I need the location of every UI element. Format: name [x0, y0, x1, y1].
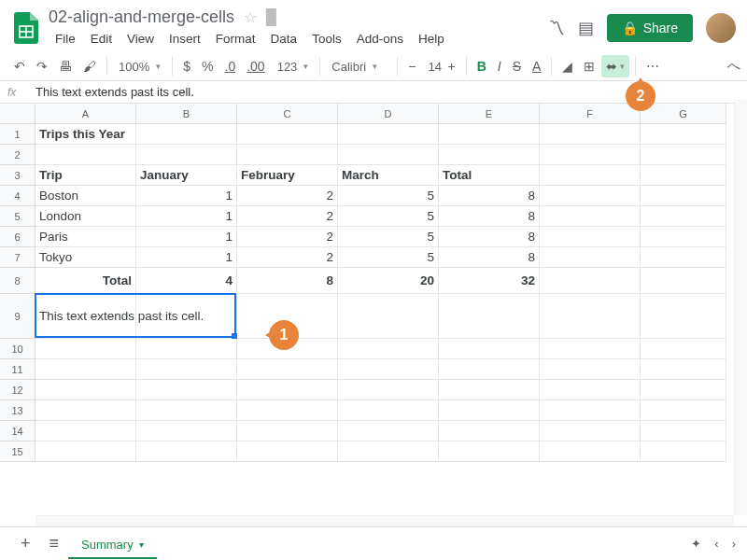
cell-C8[interactable]: 8: [237, 268, 338, 294]
cell-G2[interactable]: [641, 145, 726, 165]
row-header-15[interactable]: 15: [0, 441, 35, 462]
cell-B7[interactable]: 1: [136, 247, 237, 268]
cell-C1[interactable]: [237, 124, 338, 145]
cell-B6[interactable]: 1: [136, 227, 237, 247]
cell-C12[interactable]: [237, 380, 338, 400]
cell-D8[interactable]: 20: [338, 268, 439, 294]
comment-icon[interactable]: ▤: [578, 18, 594, 38]
cell-F5[interactable]: [540, 206, 641, 227]
collapse-toolbar-button[interactable]: へ: [724, 54, 744, 78]
cell-C5[interactable]: 2: [237, 206, 338, 227]
menu-tools[interactable]: Tools: [305, 29, 348, 49]
italic-button[interactable]: I: [493, 55, 506, 77]
avatar[interactable]: [706, 13, 736, 43]
font-size-input[interactable]: 14: [423, 57, 442, 77]
row-header-9[interactable]: 9: [0, 294, 35, 339]
cell-C13[interactable]: [237, 400, 338, 421]
menu-edit[interactable]: Edit: [84, 29, 119, 49]
cell-F12[interactable]: [540, 380, 641, 400]
cell-B10[interactable]: [136, 339, 237, 359]
cell-D10[interactable]: [338, 339, 439, 359]
all-sheets-button[interactable]: ≡: [40, 528, 69, 559]
cell-A12[interactable]: [35, 380, 136, 400]
spreadsheet-grid[interactable]: ABCDEFG 1Trips this Year23TripJanuaryFeb…: [0, 104, 747, 507]
print-button[interactable]: 🖶: [54, 55, 77, 77]
cell-B2[interactable]: [136, 145, 237, 165]
cell-A9[interactable]: This text extends past its cell.: [35, 294, 136, 339]
sheet-tab-summary[interactable]: Summary ▾: [68, 528, 157, 559]
column-header-G[interactable]: G: [641, 104, 726, 124]
row-header-1[interactable]: 1: [0, 124, 35, 145]
row-header-14[interactable]: 14: [0, 421, 35, 441]
undo-button[interactable]: ↶: [9, 55, 30, 77]
cell-F15[interactable]: [540, 441, 641, 462]
cell-G4[interactable]: [641, 186, 726, 206]
cell-D1[interactable]: [338, 124, 439, 145]
cell-G6[interactable]: [641, 227, 726, 247]
cell-D15[interactable]: [338, 441, 439, 462]
cell-E9[interactable]: [439, 294, 540, 339]
cell-E12[interactable]: [439, 380, 540, 400]
cell-C4[interactable]: 2: [237, 186, 338, 206]
cell-A13[interactable]: [35, 400, 136, 421]
cell-F4[interactable]: [540, 186, 641, 206]
column-header-F[interactable]: F: [540, 104, 641, 124]
cell-A14[interactable]: [35, 421, 136, 441]
cell-A11[interactable]: [35, 359, 136, 380]
cell-F8[interactable]: [540, 268, 641, 294]
cell-B14[interactable]: [136, 421, 237, 441]
font-select[interactable]: Calibri: [326, 57, 391, 77]
redo-button[interactable]: ↷: [32, 55, 52, 77]
cell-G9[interactable]: [641, 294, 726, 339]
cell-E15[interactable]: [439, 441, 540, 462]
menu-insert[interactable]: Insert: [162, 29, 207, 49]
cell-G7[interactable]: [641, 247, 726, 268]
cell-D9[interactable]: [338, 294, 439, 339]
cell-E14[interactable]: [439, 421, 540, 441]
cell-A15[interactable]: [35, 441, 136, 462]
sheet-tab-menu-icon[interactable]: ▾: [139, 539, 144, 550]
sheet-nav-right[interactable]: ›: [732, 537, 736, 551]
row-header-7[interactable]: 7: [0, 247, 35, 268]
cell-F13[interactable]: [540, 400, 641, 421]
cell-D7[interactable]: 5: [338, 247, 439, 268]
column-header-D[interactable]: D: [338, 104, 439, 124]
cell-C2[interactable]: [237, 145, 338, 165]
cell-G11[interactable]: [641, 359, 726, 380]
sheet-nav-left[interactable]: ‹: [714, 537, 718, 551]
cell-G14[interactable]: [641, 421, 726, 441]
cell-F2[interactable]: [540, 145, 641, 165]
cell-A10[interactable]: [35, 339, 136, 359]
cell-E2[interactable]: [439, 145, 540, 165]
bold-button[interactable]: B: [472, 55, 491, 77]
menu-data[interactable]: Data: [264, 29, 304, 49]
row-header-4[interactable]: 4: [0, 186, 35, 206]
row-header-3[interactable]: 3: [0, 165, 35, 186]
menu-view[interactable]: View: [120, 29, 161, 49]
explore-button[interactable]: ✦: [691, 537, 701, 551]
menu-format[interactable]: Format: [209, 29, 262, 49]
cell-A4[interactable]: Boston: [35, 186, 136, 206]
star-icon[interactable]: ☆: [244, 8, 257, 26]
cell-B5[interactable]: 1: [136, 206, 237, 227]
format-select[interactable]: 123: [272, 57, 315, 77]
cell-D6[interactable]: 5: [338, 227, 439, 247]
cell-F1[interactable]: [540, 124, 641, 145]
share-button[interactable]: 🔒 Share: [607, 14, 693, 42]
row-header-8[interactable]: 8: [0, 268, 35, 294]
menu-file[interactable]: File: [49, 29, 82, 49]
cell-G13[interactable]: [641, 400, 726, 421]
cell-D11[interactable]: [338, 359, 439, 380]
cell-C14[interactable]: [237, 421, 338, 441]
row-header-12[interactable]: 12: [0, 380, 35, 400]
column-header-A[interactable]: A: [35, 104, 136, 124]
cell-C15[interactable]: [237, 441, 338, 462]
cell-E8[interactable]: 32: [439, 268, 540, 294]
font-size-decrease[interactable]: −: [403, 55, 420, 77]
currency-button[interactable]: $: [178, 55, 195, 77]
text-color-button[interactable]: A: [528, 55, 545, 77]
folder-icon[interactable]: ▉: [266, 8, 277, 26]
cell-C7[interactable]: 2: [237, 247, 338, 268]
column-header-E[interactable]: E: [439, 104, 540, 124]
cell-E4[interactable]: 8: [439, 186, 540, 206]
